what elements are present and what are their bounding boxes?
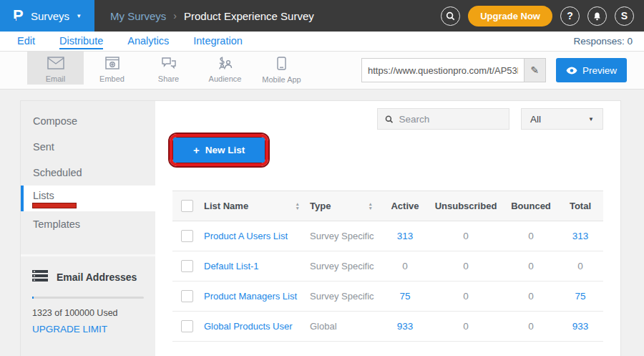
plus-icon: +: [193, 144, 200, 156]
questionpro-logo-icon: P: [13, 8, 24, 24]
row-checkbox[interactable]: [181, 230, 193, 242]
email-envelope-icon: [47, 57, 64, 72]
table-row: Default List-1 Survey Specific 0 0 0 0: [172, 251, 603, 282]
tab-analytics[interactable]: Analytics: [127, 33, 169, 49]
red-annotation-box: + New List: [170, 134, 268, 166]
table-row: Product Managers List Survey Specific 75…: [172, 282, 603, 312]
sidebar-item-lists[interactable]: Lists: [21, 186, 155, 211]
table-header-row: List Name ▲▼ Type ▲▼ Active Unsubscribed…: [172, 191, 603, 221]
sidebar-item-scheduled[interactable]: Scheduled: [21, 160, 155, 186]
email-sidebar: Compose Sent Scheduled Lists Templates E…: [21, 101, 155, 356]
lists-main-area: All ▼ + New List List Name ▲▼ Type ▲▼ Ac…: [155, 101, 620, 356]
breadcrumb-current-survey: Product Experience Survey: [184, 10, 314, 22]
channel-mobile-app[interactable]: Mobile App: [253, 52, 310, 85]
sort-icon[interactable]: ▲▼: [369, 202, 373, 210]
responses-count[interactable]: Responses: 0: [573, 36, 633, 47]
survey-url-input[interactable]: [362, 59, 524, 82]
sidebar-item-templates[interactable]: Templates: [21, 211, 155, 237]
table-row: Global Products User Global 933 0 0 933: [172, 312, 603, 342]
help-button[interactable]: ?: [560, 6, 580, 26]
notifications-bell-icon[interactable]: [587, 6, 607, 26]
search-icon[interactable]: [441, 6, 460, 26]
share-bubbles-icon: [161, 57, 177, 72]
audience-dollar-people-icon: [218, 57, 233, 72]
channel-embed[interactable]: Embed: [84, 52, 140, 85]
breadcrumb-my-surveys[interactable]: My Surveys: [110, 10, 166, 22]
top-header: P Surveys ▼ My Surveys › Product Experie…: [0, 0, 644, 32]
list-stack-icon: [32, 269, 48, 285]
list-name-link[interactable]: Global Products User: [204, 321, 310, 332]
channel-email[interactable]: Email: [27, 52, 84, 85]
preview-button[interactable]: Preview: [556, 58, 627, 82]
row-checkbox[interactable]: [181, 290, 193, 302]
edit-url-pencil-icon[interactable]: ✎: [524, 59, 545, 82]
search-icon: [385, 115, 393, 124]
embed-window-gear-icon: [105, 57, 119, 72]
product-switcher[interactable]: P Surveys ▼: [0, 0, 94, 32]
list-name-link[interactable]: Product A Users List: [204, 231, 310, 241]
survey-tabbar: Edit Distribute Analytics Integration Re…: [0, 32, 644, 52]
select-all-checkbox[interactable]: [181, 200, 193, 212]
email-addresses-panel: Email Addresses 1323 of 100000 Used UPGR…: [21, 254, 155, 347]
mobile-phone-icon: [277, 57, 286, 73]
product-menu-label: Surveys: [31, 10, 69, 22]
red-annotation-underline: [33, 203, 76, 208]
lists-table: List Name ▲▼ Type ▲▼ Active Unsubscribed…: [172, 191, 603, 342]
tab-integration[interactable]: Integration: [193, 33, 243, 49]
upgrade-now-button[interactable]: Upgrade Now: [468, 6, 552, 27]
tab-distribute[interactable]: Distribute: [59, 33, 103, 49]
table-row: Product A Users List Survey Specific 313…: [172, 221, 603, 251]
list-name-link[interactable]: Default List-1: [204, 261, 310, 271]
chevron-down-icon: ▼: [76, 13, 82, 19]
eye-icon: [566, 67, 577, 74]
breadcrumb: My Surveys › Product Experience Survey: [110, 10, 314, 22]
search-input[interactable]: [399, 114, 502, 125]
avatar[interactable]: S: [615, 6, 634, 26]
new-list-button[interactable]: + New List: [173, 138, 265, 163]
channel-audience[interactable]: Audience: [197, 52, 253, 85]
distribute-toolbar: Email Embed Share Audience Mobile App: [0, 52, 644, 90]
email-addresses-title: Email Addresses: [57, 271, 137, 283]
row-checkbox[interactable]: [181, 320, 193, 332]
sidebar-item-compose[interactable]: Compose: [21, 108, 155, 134]
breadcrumb-separator-icon: ›: [173, 10, 177, 21]
survey-url-box: ✎: [361, 58, 546, 82]
sort-icon[interactable]: ▲▼: [296, 202, 300, 210]
list-search-box: [377, 108, 509, 130]
chevron-down-icon: ▼: [588, 116, 594, 122]
list-name-link[interactable]: Product Managers List: [204, 291, 310, 302]
sidebar-item-sent[interactable]: Sent: [21, 134, 155, 160]
filter-dropdown[interactable]: All ▼: [521, 108, 603, 130]
upgrade-limit-link[interactable]: UPGRADE LIMIT: [32, 324, 144, 335]
channel-share[interactable]: Share: [140, 52, 197, 85]
tab-edit[interactable]: Edit: [17, 33, 35, 49]
email-usage-progressbar: [32, 297, 144, 299]
row-checkbox[interactable]: [181, 260, 193, 272]
email-usage-text: 1323 of 100000 Used: [32, 308, 144, 318]
email-distribute-panel: Compose Sent Scheduled Lists Templates E…: [20, 100, 621, 356]
